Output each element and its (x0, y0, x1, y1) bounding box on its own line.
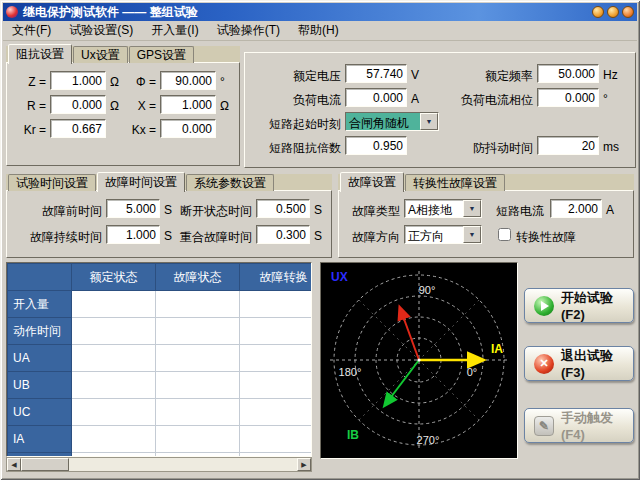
scroll-thumb[interactable] (21, 458, 69, 471)
table-cell[interactable] (72, 345, 156, 372)
z-input[interactable] (50, 71, 106, 90)
fault-type-combo[interactable]: A相接地 ▼ (404, 199, 482, 218)
table-row: 动作时间 (8, 318, 313, 345)
minimize-button[interactable] (592, 6, 604, 18)
kr-input[interactable] (50, 119, 106, 138)
table-cell[interactable] (240, 345, 313, 372)
table-hscrollbar[interactable]: ◀ ▶ (6, 457, 312, 472)
table-cell[interactable] (156, 426, 240, 453)
fault-duration-input[interactable] (106, 225, 160, 244)
table-cell[interactable] (240, 399, 313, 426)
table-cell[interactable] (72, 291, 156, 318)
fault-tabstrip: 故障设置 转换性故障设置 (340, 172, 506, 191)
convert-fault-checkbox[interactable] (498, 228, 511, 241)
table-cell[interactable] (240, 426, 313, 453)
kx-input[interactable] (160, 119, 216, 138)
impedance-panel: 阻抗设置 Ux设置 GPS设置 Z = Ω Φ = ° R = Ω X = Ω … (6, 44, 240, 166)
scroll-left-icon[interactable]: ◀ (7, 458, 21, 471)
pre-fault-time-input[interactable] (106, 199, 160, 218)
row-header: IA (8, 426, 72, 453)
open-state-time-input[interactable] (256, 199, 310, 218)
table-cell[interactable] (156, 399, 240, 426)
tab-fault-settings[interactable]: 故障设置 (340, 172, 404, 192)
polar-center (417, 358, 420, 361)
load-phase-input[interactable] (537, 88, 599, 107)
x-input[interactable] (160, 95, 216, 114)
chevron-down-icon[interactable]: ▼ (463, 200, 481, 217)
rated-frequency-input[interactable] (537, 64, 599, 83)
table-cell[interactable] (240, 372, 313, 399)
maximize-button[interactable] (607, 6, 619, 18)
short-ratio-input[interactable] (345, 136, 407, 155)
app-window: 继电保护测试软件 —— 整组试验 文件(F) 试验设置(S) 开入量(I) 试验… (0, 0, 640, 480)
phasor-svg: UX 90° IA 0° 180° 270° IB (321, 263, 517, 458)
tab-system-param-settings[interactable]: 系统参数设置 (186, 174, 274, 191)
row-header: UC (8, 399, 72, 426)
row-header: UA (8, 345, 72, 372)
scroll-right-icon[interactable]: ▶ (297, 458, 311, 471)
rated-voltage-input[interactable] (345, 64, 407, 83)
table-cell[interactable] (72, 426, 156, 453)
load-current-unit: A (411, 92, 419, 106)
close-button[interactable] (622, 6, 634, 18)
menu-test-settings[interactable]: 试验设置(S) (60, 20, 142, 41)
z-unit: Ω (110, 75, 119, 89)
time-panel: 试验时间设置 故障时间设置 系统参数设置 故障前时间 S 断开状态时间 S 故障… (6, 172, 332, 258)
short-ratio-label: 短路阻抗倍数 (253, 140, 341, 157)
table-cell[interactable] (156, 291, 240, 318)
manual-trigger-icon (534, 416, 554, 436)
table-row: 开入量 (8, 291, 313, 318)
r-unit: Ω (110, 99, 119, 113)
table-corner-header (8, 264, 72, 291)
reclose-fault-time-input[interactable] (256, 225, 310, 244)
table-cell[interactable] (156, 372, 240, 399)
tab-impedance-settings[interactable]: 阻抗设置 (8, 44, 72, 64)
chevron-down-icon[interactable]: ▼ (420, 113, 438, 130)
scroll-track[interactable] (69, 458, 297, 471)
menu-file[interactable]: 文件(F) (3, 20, 60, 41)
tab-test-time-settings[interactable]: 试验时间设置 (8, 174, 96, 191)
r-label: R = (16, 99, 46, 113)
table-cell[interactable] (240, 318, 313, 345)
table-cell[interactable] (156, 345, 240, 372)
fault-type-label: 故障类型 (352, 203, 400, 220)
short-start-label: 短路起始时刻 (253, 116, 341, 133)
manual-trigger-button[interactable]: 手动触发(F4) (524, 408, 634, 443)
exit-test-button[interactable]: 退出试验(F3) (524, 346, 634, 381)
load-current-input[interactable] (345, 88, 407, 107)
table-row: UB (8, 372, 313, 399)
time-tabstrip: 试验时间设置 故障时间设置 系统参数设置 (8, 172, 275, 191)
short-start-value: 合闸角随机 (346, 113, 420, 130)
kx-label: Kx = (122, 123, 156, 137)
table-cell[interactable] (72, 399, 156, 426)
tab-fault-time-settings[interactable]: 故障时间设置 (97, 172, 185, 192)
rated-voltage-unit: V (411, 68, 419, 82)
chevron-down-icon[interactable]: ▼ (463, 226, 481, 243)
table-cell[interactable] (72, 318, 156, 345)
start-test-button[interactable]: 开始试验(F2) (524, 288, 634, 323)
menu-help[interactable]: 帮助(H) (289, 20, 348, 41)
row-header: UB (8, 372, 72, 399)
table-row: UC (8, 399, 313, 426)
phi-input[interactable] (160, 71, 216, 90)
table-cell[interactable] (240, 291, 313, 318)
tab-gps-settings[interactable]: GPS设置 (129, 46, 194, 63)
deg-180-label: 180° (339, 366, 362, 378)
tab-ux-settings[interactable]: Ux设置 (73, 46, 128, 63)
short-current-input[interactable] (550, 199, 602, 218)
fault-direction-combo[interactable]: 正方向 ▼ (404, 225, 482, 244)
short-start-combo[interactable]: 合闸角随机 ▼ (345, 112, 439, 131)
table-cell[interactable] (156, 318, 240, 345)
fault-duration-label: 故障持续时间 (14, 229, 102, 246)
short-current-label: 短路电流 (496, 203, 544, 220)
fault-duration-unit: S (164, 229, 172, 243)
menu-test-operation[interactable]: 试验操作(T) (208, 20, 289, 41)
debounce-input[interactable] (537, 136, 599, 155)
menu-di-input[interactable]: 开入量(I) (142, 20, 207, 41)
r-input[interactable] (50, 95, 106, 114)
reclose-fault-time-unit: S (314, 229, 322, 243)
pre-fault-time-unit: S (164, 203, 172, 217)
table-header-rated-state: 额定状态 (72, 264, 156, 291)
tab-convert-fault-settings[interactable]: 转换性故障设置 (405, 174, 505, 191)
table-cell[interactable] (72, 372, 156, 399)
